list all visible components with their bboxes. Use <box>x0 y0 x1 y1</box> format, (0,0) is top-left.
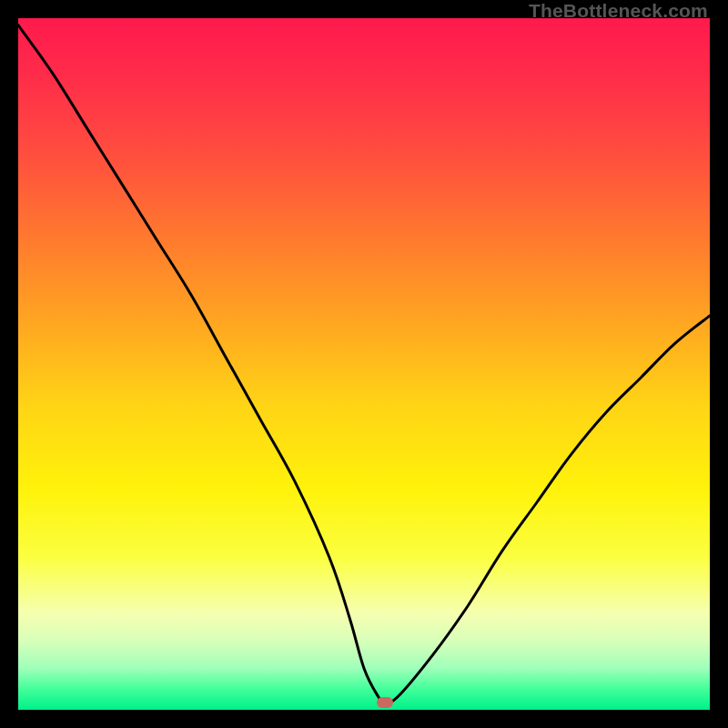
plot-area <box>18 18 710 710</box>
optimal-marker <box>377 697 393 708</box>
bottleneck-curve <box>18 18 710 710</box>
chart-stage: TheBottleneck.com <box>0 0 728 728</box>
